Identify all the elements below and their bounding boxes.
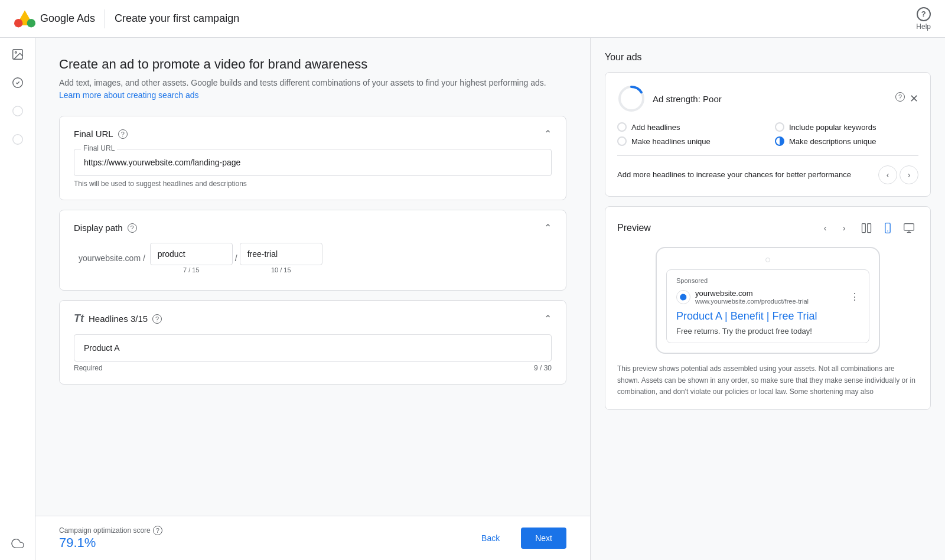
check-half-icon-4 xyxy=(775,136,784,146)
header-left: Google Ads Create your first campaign xyxy=(14,8,239,30)
headlines-card: Tt Headlines 3/15 ? ⌃ Required 9 / 30 xyxy=(59,300,566,385)
svg-point-6 xyxy=(12,106,22,116)
svg-rect-14 xyxy=(904,224,914,231)
improvement-row: Add more headlines to increase your chan… xyxy=(617,165,918,184)
checklist-label-1: Add headlines xyxy=(631,123,680,132)
sidebar-icon-cloud[interactable] xyxy=(11,536,25,551)
ad-domain-row: yourwebsite.com www.yourwebsite.com/prod… xyxy=(676,289,859,305)
display-path-1-input[interactable] xyxy=(150,243,233,265)
back-button[interactable]: Back xyxy=(467,528,514,549)
display-path-card: Display path ? ⌃ yourwebsite.com / 7 / 1… xyxy=(59,210,566,291)
section-subtitle: Add text, images, and other assets. Goog… xyxy=(59,77,566,102)
preview-controls: ‹ › xyxy=(817,219,918,237)
final-url-header: Final URL ? ⌃ xyxy=(74,128,552,139)
display-path-help-icon[interactable]: ? xyxy=(128,223,137,233)
ad-strength-ring xyxy=(617,84,646,113)
opt-score-label: Campaign optimization score xyxy=(59,526,151,535)
final-url-help-icon[interactable]: ? xyxy=(118,129,128,139)
view-split-icon[interactable] xyxy=(857,219,876,237)
section-title: Create an ad to promote a video for bran… xyxy=(59,57,566,72)
svg-point-2 xyxy=(14,19,22,27)
improvement-text: Add more headlines to increase your chan… xyxy=(617,169,878,181)
check-empty-icon-1 xyxy=(617,122,627,132)
preview-header: Preview ‹ › xyxy=(617,219,918,237)
svg-point-1 xyxy=(27,19,35,27)
check-empty-icon-3 xyxy=(617,136,627,146)
domain-url: www.yourwebsite.com/product/free-trial xyxy=(695,298,809,305)
headlines-label: Headlines 3/15 xyxy=(89,314,148,324)
svg-point-4 xyxy=(15,51,17,53)
display-path-base: yourwebsite.com / xyxy=(74,246,150,270)
sidebar xyxy=(0,38,35,560)
view-icons xyxy=(857,219,918,237)
left-panel: Create an ad to promote a video for bran… xyxy=(35,38,591,560)
svg-rect-12 xyxy=(885,223,890,233)
learn-more-link[interactable]: Learn more about creating search ads xyxy=(59,90,199,100)
opt-score-help-icon[interactable]: ? xyxy=(153,526,162,535)
dots-menu-icon[interactable]: ⋮ xyxy=(850,291,859,302)
sidebar-icon-circle1[interactable] xyxy=(11,104,25,118)
logo: Google Ads xyxy=(14,8,95,30)
final-url-collapse-icon[interactable]: ⌃ xyxy=(544,128,552,139)
headlines-help-icon[interactable]: ? xyxy=(152,314,162,324)
logo-text: Google Ads xyxy=(40,12,95,25)
help-label: Help xyxy=(916,22,931,31)
sidebar-icon-image[interactable] xyxy=(11,47,25,61)
checklist-item-3: Make headlines unique xyxy=(617,136,761,146)
help-button[interactable]: ? Help xyxy=(916,7,931,31)
page-title: Create your first campaign xyxy=(115,12,239,25)
sidebar-icon-check[interactable] xyxy=(11,76,25,90)
final-url-input[interactable] xyxy=(74,149,552,176)
final-url-input-label: Final URL xyxy=(81,144,117,152)
checklist-label-2: Include popular keywords xyxy=(789,123,876,132)
display-path-slash: / xyxy=(233,253,240,263)
preview-label: Preview xyxy=(617,223,651,233)
headline-1-wrap: Required 9 / 30 xyxy=(74,334,552,372)
checklist-label-3: Make headlines unique xyxy=(631,137,711,146)
improvement-next-button[interactable]: › xyxy=(900,165,918,184)
ad-strength-help-icon[interactable]: ? xyxy=(895,92,905,102)
phone-mockup: Sponsored yourwebsite.com www.yourwebsit… xyxy=(656,247,880,354)
display-path-2-count: 10 / 15 xyxy=(240,266,322,274)
display-path-2-input[interactable] xyxy=(240,243,322,265)
svg-rect-10 xyxy=(862,224,866,233)
domain-icon xyxy=(676,290,690,304)
display-path-1-count: 7 / 15 xyxy=(150,266,233,274)
final-url-input-group: Final URL xyxy=(74,149,552,176)
preview-nav: ‹ › xyxy=(817,220,852,236)
header: Google Ads Create your first campaign ? … xyxy=(0,0,945,38)
google-ads-logo xyxy=(14,8,35,30)
headline-1-input[interactable] xyxy=(74,334,552,362)
svg-point-7 xyxy=(12,135,22,145)
checklist-item-1: Add headlines xyxy=(617,122,761,132)
opt-score-value: 79.1% xyxy=(59,535,162,551)
ad-strength-text: Ad strength: Poor xyxy=(653,94,722,104)
ad-strength-close-icon[interactable]: ✕ xyxy=(910,92,918,105)
preview-next-button[interactable]: › xyxy=(836,220,852,236)
improvement-prev-button[interactable]: ‹ xyxy=(878,165,897,184)
bottom-bar: Campaign optimization score ? 79.1% Back… xyxy=(35,516,590,560)
final-url-label: Final URL xyxy=(74,129,113,139)
sidebar-icon-circle2[interactable] xyxy=(11,132,25,146)
preview-card: Preview ‹ › xyxy=(605,206,931,410)
display-path-collapse-icon[interactable]: ⌃ xyxy=(544,222,552,233)
preview-prev-button[interactable]: ‹ xyxy=(817,220,833,236)
domain-name: yourwebsite.com xyxy=(695,289,809,298)
bottom-actions: Back Next xyxy=(467,528,566,549)
ad-strength-icons: ? ✕ xyxy=(895,92,918,105)
check-empty-icon-2 xyxy=(775,122,784,132)
ad-headline: Product A | Benefit | Free Trial xyxy=(676,310,859,323)
checklist-item-4: Make descriptions unique xyxy=(775,136,918,146)
final-url-card: Final URL ? ⌃ Final URL This will be use… xyxy=(59,116,566,200)
final-url-hint: This will be used to suggest headlines a… xyxy=(74,180,552,188)
view-mobile-icon[interactable] xyxy=(878,219,897,237)
next-button[interactable]: Next xyxy=(521,528,566,549)
tt-icon: Tt xyxy=(74,312,84,325)
headlines-collapse-icon[interactable]: ⌃ xyxy=(544,313,552,324)
improvement-nav-arrows: ‹ › xyxy=(878,165,918,184)
ad-sponsored-label: Sponsored xyxy=(676,277,859,284)
ad-card: Sponsored yourwebsite.com www.yourwebsit… xyxy=(666,269,869,343)
checklist-label-4: Make descriptions unique xyxy=(789,137,876,146)
display-path-row: yourwebsite.com / 7 / 15 / 10 / 15 xyxy=(74,243,552,274)
view-desktop-icon[interactable] xyxy=(900,219,918,237)
